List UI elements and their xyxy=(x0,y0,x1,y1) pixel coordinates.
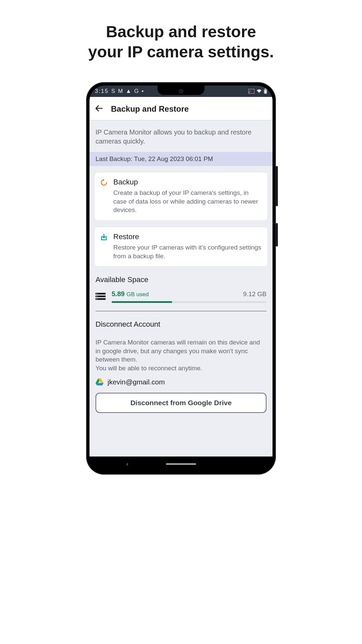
restore-desc: Restore your IP cameras with it's config… xyxy=(113,243,262,260)
backup-card[interactable]: Backup Create a backup of your IP camera… xyxy=(94,172,268,221)
disconnect-desc: IP Camera Monitor cameras will remain on… xyxy=(89,335,273,373)
nav-back-icon[interactable]: ‹ xyxy=(126,461,128,468)
backup-title: Backup xyxy=(113,178,262,186)
back-arrow-icon[interactable] xyxy=(95,104,103,114)
phone-frame: 3:15 S M ▲ G • Backup and Restore IP Cam… xyxy=(86,82,276,475)
last-backup-banner: Last Backup: Tue, 22 Aug 2023 06:01 PM xyxy=(89,152,273,166)
side-button xyxy=(276,223,278,247)
intro-text: IP Camera Monitor allows you to backup a… xyxy=(89,120,273,152)
nav-bar: ‹ xyxy=(89,457,273,471)
svg-rect-2 xyxy=(265,89,266,89)
nav-pill[interactable] xyxy=(166,463,196,465)
wifi-icon xyxy=(256,89,262,93)
restore-title: Restore xyxy=(113,232,262,241)
battery-icon xyxy=(264,89,267,94)
restore-icon xyxy=(100,233,108,241)
status-icons-right xyxy=(248,89,267,94)
available-space-title: Available Space xyxy=(96,275,266,284)
svg-point-9 xyxy=(97,299,97,300)
cast-icon xyxy=(248,89,254,94)
disconnect-button[interactable]: Disconnect from Google Drive xyxy=(96,393,266,413)
app-header: Backup and Restore xyxy=(89,97,273,120)
page-title: Backup and Restore xyxy=(111,104,189,114)
content-scroll[interactable]: IP Camera Monitor allows you to backup a… xyxy=(89,120,273,457)
space-used: 5.89 GB used xyxy=(112,290,149,298)
promo-heading: Backup and restore your IP camera settin… xyxy=(88,22,274,62)
svg-point-7 xyxy=(97,293,97,294)
space-total: 9.12 GB xyxy=(243,290,266,298)
status-time: 3:15 xyxy=(95,88,109,95)
available-space-section: Available Space 5.89 GB used 9.12 GB xyxy=(89,267,273,303)
backup-desc: Create a backup of your IP camera's sett… xyxy=(113,189,262,214)
space-progress-track xyxy=(112,301,266,303)
front-camera xyxy=(179,89,183,94)
side-button xyxy=(276,166,278,206)
disconnect-title: Disconnect Account xyxy=(96,320,266,329)
svg-point-8 xyxy=(97,296,97,297)
account-email: jkevin@gmail.com xyxy=(108,378,165,386)
account-row: jkevin@gmail.com xyxy=(89,373,273,386)
restore-card[interactable]: Restore Restore your IP cameras with it'… xyxy=(94,227,268,267)
status-icons-left: S M ▲ G • xyxy=(111,88,144,95)
disconnect-section: Disconnect Account xyxy=(89,311,273,329)
space-progress-fill xyxy=(112,301,172,303)
svg-rect-3 xyxy=(264,90,266,93)
backup-icon xyxy=(100,178,108,186)
storage-icon xyxy=(96,292,106,301)
google-drive-icon xyxy=(96,378,104,386)
